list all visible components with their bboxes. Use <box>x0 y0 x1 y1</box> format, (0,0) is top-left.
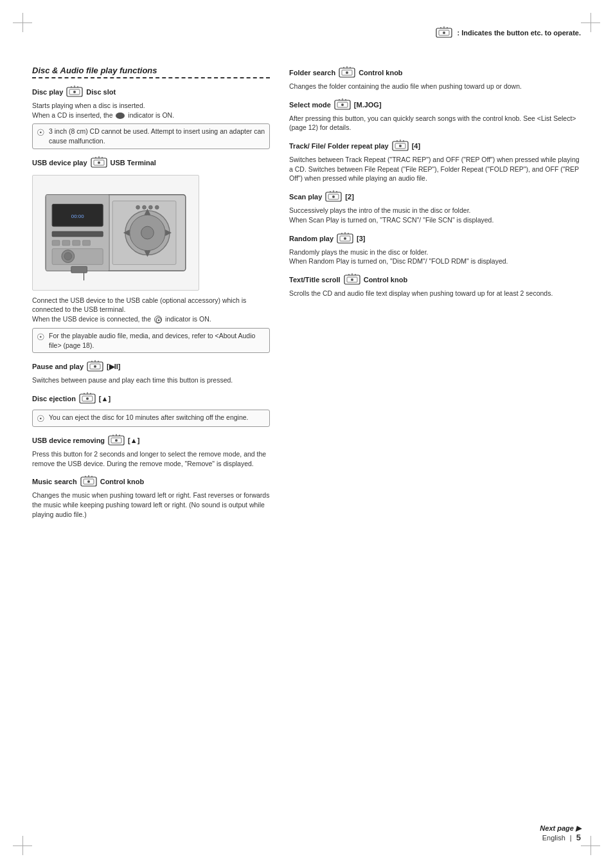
select-mode-title: Select mode [M.JOG] <box>289 98 581 112</box>
music-search-title: Music search Control knob <box>32 475 270 489</box>
random-play-icon <box>336 231 354 246</box>
disc-ejection-title: Disc ejection [▲] <box>32 392 270 406</box>
footer: Next page ▶ English | 5 <box>540 824 581 842</box>
music-search-section: Music search Control knob Changes t <box>32 475 270 519</box>
note-icon-3: ☉ <box>37 413 45 424</box>
pause-play-title: Pause and play [▶II] <box>32 359 270 374</box>
folder-search-body: Changes the folder containing the audio … <box>289 82 581 91</box>
disc-play-note: ☉ 3 inch (8 cm) CD cannot be used. Attem… <box>32 123 270 149</box>
cd-indicator-icon <box>116 113 125 119</box>
svg-point-33 <box>141 226 154 239</box>
usb-removing-section: USB device removing [▲] Press this <box>32 433 270 468</box>
svg-point-63 <box>115 439 118 442</box>
svg-point-5 <box>443 32 445 34</box>
page-number: 5 <box>576 833 581 842</box>
random-play-section: Random play [3] Randomly plays the <box>289 231 581 266</box>
usb-play-knob-icon <box>90 156 108 170</box>
svg-point-11 <box>73 91 76 93</box>
svg-point-93 <box>332 195 335 198</box>
random-play-body2: When Random Play is turned on, "Disc RDM… <box>289 257 581 266</box>
scan-play-icon <box>324 190 342 204</box>
select-mode-icon <box>333 98 351 112</box>
music-search-body: Changes the music when pushing toward le… <box>32 491 270 519</box>
track-repeat-title: Track/ File/ Folder repeat play [4] <box>289 139 581 153</box>
svg-point-51 <box>94 365 96 368</box>
svg-point-105 <box>351 278 353 281</box>
next-page-label: Next page ▶ <box>540 824 581 833</box>
svg-point-41 <box>143 205 147 209</box>
disc-play-knob-icon <box>66 85 84 99</box>
scan-play-body1: Successively plays the intro of the musi… <box>289 206 581 215</box>
svg-rect-25 <box>73 240 80 246</box>
disc-ejection-section: Disc ejection [▲] ☉ <box>32 392 270 427</box>
usb-indicator-icon <box>154 316 162 323</box>
folder-search-section: Folder search Control knob Changes <box>289 66 581 91</box>
right-column: Folder search Control knob Changes <box>289 66 581 525</box>
text-scroll-title: Text/Title scroll Control knob <box>289 273 581 287</box>
usb-body1: Connect the USB device to the USB cable … <box>32 296 270 314</box>
svg-point-57 <box>86 397 89 400</box>
corner-mark-top-right <box>581 13 600 32</box>
select-mode-body: After pressing this button, you can quic… <box>289 114 581 132</box>
usb-removing-body: Press this button for 2 seconds and long… <box>32 449 270 468</box>
scan-play-section: Scan play [2] Successively plays th <box>289 190 581 224</box>
language-page: English | 5 <box>540 833 581 842</box>
left-column: Disc & Audio file play functions Disc pl… <box>32 66 270 525</box>
folder-search-icon <box>338 66 356 80</box>
track-repeat-icon <box>391 139 409 153</box>
disc-play-title: Disc play Disc slot <box>32 85 270 99</box>
disc-play-body1: Starts playing when a disc is inserted. <box>32 101 270 111</box>
top-hint-text: : Indicates the button etc. to operate. <box>457 29 581 37</box>
svg-point-42 <box>148 205 152 209</box>
hint-knob-icon <box>435 26 453 40</box>
svg-rect-24 <box>62 240 70 246</box>
note-icon: ☉ <box>37 127 45 138</box>
usb-play-title: USB device play USB Terminal <box>32 156 270 170</box>
svg-point-87 <box>399 145 402 147</box>
corner-mark-bottom-right <box>581 836 600 855</box>
text-scroll-body: Scrolls the CD and audio file text displ… <box>289 289 581 298</box>
usb-remove-icon <box>107 433 125 448</box>
select-mode-section: Select mode [M.JOG] After pressing <box>289 98 581 132</box>
scan-play-title: Scan play [2] <box>289 190 581 204</box>
section-title: Disc & Audio file play functions <box>32 66 270 78</box>
svg-rect-26 <box>83 240 91 246</box>
svg-rect-27 <box>52 248 103 264</box>
svg-rect-22 <box>52 231 103 237</box>
random-play-body1: Randomly plays the music in the disc or … <box>289 248 581 257</box>
svg-point-75 <box>346 71 348 74</box>
text-scroll-icon <box>343 273 361 287</box>
text-scroll-section: Text/Title scroll Control knob Scro <box>289 273 581 298</box>
disc-eject-icon <box>78 392 96 406</box>
track-repeat-section: Track/ File/ Folder repeat play [4] <box>289 139 581 183</box>
svg-point-40 <box>136 205 140 209</box>
scan-play-body2: When Scan Play is turned on, "TRAC SCN"/… <box>289 215 581 225</box>
usb-play-section: USB device play USB Terminal <box>32 156 270 353</box>
svg-point-43 <box>155 205 159 209</box>
note-icon-2: ☉ <box>37 332 45 342</box>
svg-text:00:00: 00:00 <box>71 213 84 219</box>
svg-point-99 <box>344 237 346 240</box>
main-layout: Disc & Audio file play functions Disc pl… <box>32 66 581 525</box>
disc-eject-note: ☉ You can eject the disc for 10 minutes … <box>32 410 270 427</box>
disc-play-section: Disc play Disc slot Starts playing <box>32 85 270 149</box>
corner-mark-bottom-left <box>13 836 32 855</box>
svg-point-17 <box>98 161 100 164</box>
usb-removing-title: USB device removing [▲] <box>32 433 270 448</box>
svg-rect-39 <box>71 266 87 273</box>
language-label: English <box>542 834 565 842</box>
svg-point-69 <box>87 480 90 483</box>
top-hint-bar: : Indicates the button etc. to operate. <box>32 26 581 40</box>
corner-mark-top-left <box>13 13 32 32</box>
pause-play-body: Switches between pause and play each tim… <box>32 375 270 385</box>
folder-search-title: Folder search Control knob <box>289 66 581 80</box>
svg-point-45 <box>157 320 159 321</box>
track-repeat-body: Switches between Track Repeat ("TRAC REP… <box>289 155 581 183</box>
svg-point-81 <box>341 104 344 106</box>
page: : Indicates the button etc. to operate. … <box>0 0 613 868</box>
footer-separator: | <box>570 834 572 842</box>
usb-device-image: 00:00 <box>32 175 199 291</box>
music-search-icon <box>80 475 98 489</box>
random-play-title: Random play [3] <box>289 231 581 246</box>
pause-play-icon <box>86 359 104 374</box>
